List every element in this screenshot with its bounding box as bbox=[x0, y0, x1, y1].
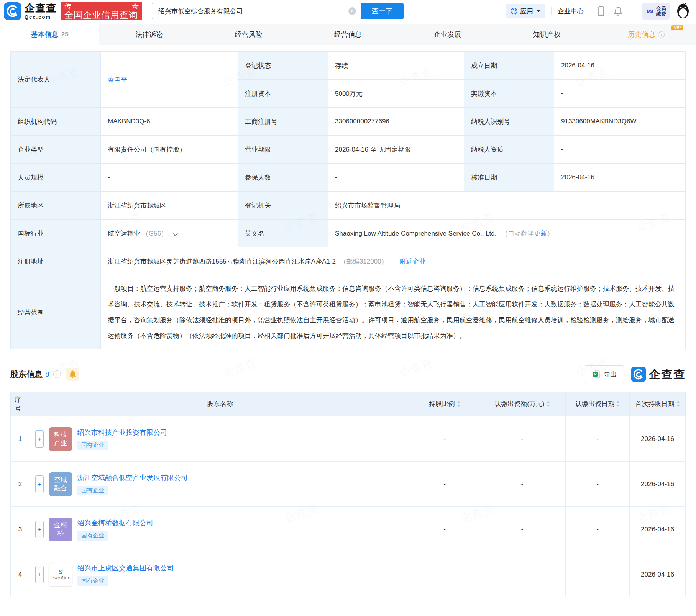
tab-basic-info[interactable]: 基本信息 25 bbox=[0, 24, 99, 45]
tab-business-info[interactable]: 经营信息 bbox=[298, 24, 397, 45]
expand-row-button[interactable]: + bbox=[35, 430, 44, 448]
search-button[interactable]: 查一下 bbox=[361, 3, 404, 19]
shareholders-title: 股东信息 bbox=[10, 369, 43, 380]
mobile-app-icon[interactable] bbox=[598, 6, 604, 16]
biz-reg-no-value: 330600000277696 bbox=[328, 108, 464, 136]
shareholder-avatar: S上虞交通集团 bbox=[49, 563, 72, 587]
legal-rep-label: 法定代表人 bbox=[11, 52, 101, 108]
translate-update-link[interactable]: 更新 bbox=[534, 230, 547, 237]
region-value: 浙江省绍兴市越城区 bbox=[101, 192, 238, 220]
shareholder-name-link[interactable]: 绍兴市上虞区交通集团有限公司 bbox=[77, 564, 174, 573]
mascot-penguin-icon[interactable] bbox=[675, 2, 691, 20]
shareholder-index: 1 bbox=[11, 416, 30, 462]
tab-legal-litigation[interactable]: 法律诉讼 bbox=[99, 24, 199, 45]
shareholder-amount: - bbox=[479, 507, 566, 552]
sort-arrows-icon bbox=[616, 401, 620, 407]
shareholder-name-link[interactable]: 绍兴市科技产业投资有限公司 bbox=[77, 428, 167, 437]
shareholder-sub-date: - bbox=[566, 552, 630, 597]
address-zip: （邮编312000） bbox=[340, 258, 388, 265]
shareholder-ratio: - bbox=[410, 507, 479, 552]
industry-code: （G56） bbox=[142, 230, 167, 237]
scope-value: 一般项目：航空运营支持服务；航空商务服务；人工智能行业应用系统集成服务；信息咨询… bbox=[101, 275, 686, 349]
vip-renew-button[interactable]: 会员 续费 bbox=[642, 3, 670, 20]
shareholder-tag: 国有企业 bbox=[77, 576, 108, 586]
shareholder-avatar: 空域融合 bbox=[49, 472, 72, 496]
excel-icon bbox=[592, 370, 601, 378]
search-clear-icon[interactable]: ✕ bbox=[348, 7, 356, 15]
expand-row-button[interactable]: + bbox=[35, 521, 44, 538]
ad-word-right: 奇 bbox=[132, 2, 139, 10]
sort-arrows-icon bbox=[547, 401, 550, 407]
col-no: 序号 bbox=[11, 392, 30, 416]
tab-intellectual-property[interactable]: 知识产权 bbox=[497, 24, 596, 45]
staff-size-label: 人员规模 bbox=[11, 164, 101, 192]
col-sub-date-sort[interactable]: 认缴出资日期 bbox=[566, 392, 630, 416]
insured-value: - bbox=[328, 164, 464, 192]
shareholder-name-link[interactable]: 绍兴金柯桥数据有限公司 bbox=[77, 518, 153, 528]
nearby-companies-link[interactable]: 附近企业 bbox=[399, 258, 425, 265]
ad-banner[interactable]: 传 奇 全国企业信用查询 bbox=[61, 2, 142, 20]
apps-grid-icon bbox=[511, 8, 517, 15]
chevron-down-icon[interactable] bbox=[172, 233, 178, 236]
shareholder-amount: - bbox=[479, 462, 566, 507]
apps-menu-button[interactable]: 应用 bbox=[506, 4, 545, 18]
shareholder-name-link[interactable]: 浙江空域融合低空产业发展有限公司 bbox=[77, 473, 188, 482]
search-area: ✕ 查一下 bbox=[152, 3, 404, 19]
brand-domain: Qcc.com bbox=[25, 15, 57, 20]
divider bbox=[590, 7, 590, 15]
shareholder-first-date: 2026-04-16 bbox=[630, 507, 686, 552]
search-input[interactable] bbox=[152, 3, 361, 19]
est-date-value: 2026-04-16 bbox=[554, 52, 686, 80]
company-type-label: 企业类型 bbox=[11, 136, 101, 164]
legal-rep-link[interactable]: 黄国平 bbox=[108, 76, 127, 83]
divider bbox=[629, 7, 629, 15]
tab-operation-risk[interactable]: 经营风险 bbox=[199, 24, 298, 45]
english-name-value: Shaoxing Low Altitude Comprehensive Serv… bbox=[328, 220, 686, 247]
shareholders-table-header: 序号 股东名称 持股比例 认缴出资额(万元) 认缴出资日期 首次持股日期 bbox=[11, 392, 686, 416]
industry-label: 国标行业 bbox=[11, 220, 101, 247]
address-label: 注册地址 bbox=[11, 247, 101, 275]
org-code-value: MAKBND3Q-6 bbox=[101, 108, 238, 136]
sort-arrows-icon bbox=[457, 401, 460, 407]
biz-reg-no-label: 工商注册号 bbox=[238, 108, 328, 136]
taxpayer-quali-label: 纳税人资质 bbox=[464, 136, 554, 164]
region-label: 所属地区 bbox=[11, 192, 101, 220]
shareholder-row: 1 + 科技产业 绍兴市科技产业投资有限公司 国有企业 - - - 2026-0… bbox=[11, 416, 686, 462]
reg-capital-label: 注册资本 bbox=[238, 80, 328, 108]
staff-size-value: - bbox=[101, 164, 238, 192]
col-first-date-sort[interactable]: 首次持股日期 bbox=[630, 392, 686, 416]
english-name-label: 英文名 bbox=[238, 220, 328, 247]
enterprise-center-link[interactable]: 企业中心 bbox=[558, 7, 584, 16]
tab-enterprise-development[interactable]: 企业发展 bbox=[398, 24, 497, 45]
shareholder-index: 4 bbox=[11, 552, 30, 597]
reg-status-label: 登记状态 bbox=[238, 52, 328, 80]
shareholder-index: 3 bbox=[11, 507, 30, 552]
approval-date-label: 核准日期 bbox=[464, 164, 554, 192]
shareholder-avatar: 科技产业 bbox=[49, 427, 72, 451]
vip-line1: 会员 bbox=[656, 5, 666, 11]
history-info-icon[interactable]: i bbox=[658, 31, 665, 38]
shareholder-first-date: 2026-04-16 bbox=[630, 416, 686, 462]
qcc-logo[interactable]: 企查查 Qcc.com bbox=[4, 2, 57, 20]
est-date-label: 成立日期 bbox=[464, 52, 554, 80]
expand-row-button[interactable]: + bbox=[35, 475, 44, 493]
taxpayer-id-value: 91330600MAKBND3Q6W bbox=[554, 108, 686, 136]
shareholder-row: 3 + 金柯桥 绍兴金柯桥数据有限公司 国有企业 - - - 2026-04-1… bbox=[11, 507, 686, 552]
col-amount-sort[interactable]: 认缴出资额(万元) bbox=[479, 392, 566, 416]
export-button[interactable]: 导出 bbox=[585, 365, 624, 383]
reg-authority-value: 绍兴市市场监督管理局 bbox=[328, 192, 686, 220]
shareholders-info-icon[interactable]: i bbox=[53, 370, 61, 378]
col-ratio-sort[interactable]: 持股比例 bbox=[410, 392, 479, 416]
shareholder-amount: - bbox=[479, 552, 566, 597]
shareholder-tag: 国有企业 bbox=[77, 531, 108, 541]
shareholder-row: 2 + 空域融合 浙江空域融合低空产业发展有限公司 国有企业 - - - 202… bbox=[11, 462, 686, 507]
expand-row-button[interactable]: + bbox=[35, 566, 44, 583]
shareholder-tag: 国有企业 bbox=[77, 486, 108, 495]
notification-bell-icon[interactable] bbox=[614, 7, 622, 16]
monitor-bell-icon[interactable] bbox=[66, 368, 79, 381]
tab-history-info[interactable]: VIP 历史信息 i bbox=[597, 24, 696, 45]
divider bbox=[551, 7, 552, 15]
ad-word-left: 传 bbox=[64, 2, 71, 10]
col-name: 股东名称 bbox=[30, 392, 410, 416]
shareholder-row: 4 + S上虞交通集团 绍兴市上虞区交通集团有限公司 国有企业 - - - 20… bbox=[11, 552, 686, 597]
